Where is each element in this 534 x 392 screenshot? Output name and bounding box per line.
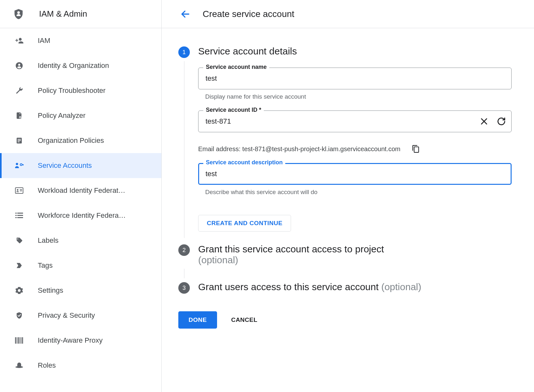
service-account-description-help: Describe what this service account will …: [198, 185, 512, 196]
svg-rect-27: [20, 337, 20, 344]
back-button[interactable]: [178, 6, 193, 22]
person-add-icon: [14, 36, 24, 46]
account-circle-icon: [14, 61, 24, 71]
cancel-button[interactable]: CANCEL: [225, 311, 263, 329]
svg-rect-20: [15, 215, 17, 216]
page-title: Create service account: [203, 9, 294, 19]
sidebar-item-organization-policies[interactable]: Organization Policies: [0, 128, 161, 153]
sidebar-item-label: Roles: [38, 361, 56, 370]
sidebar-item-tags[interactable]: Tags: [0, 253, 161, 278]
step-1-connector: [178, 58, 190, 241]
barcode-icon: [14, 335, 24, 346]
sidebar-item-label: Identity & Organization: [38, 61, 109, 70]
main-content: 1 Service account details Service accoun…: [162, 28, 534, 392]
svg-rect-16: [20, 189, 22, 190]
sidebar-item-label: Workload Identity Federat…: [38, 186, 125, 195]
key-account-icon: [14, 160, 24, 171]
svg-rect-29: [22, 337, 23, 344]
svg-point-10: [16, 163, 18, 165]
sidebar-item-label: Identity-Aware Proxy: [38, 336, 103, 345]
sidebar-item-label: Workforce Identity Federa…: [38, 211, 126, 220]
svg-rect-26: [18, 337, 19, 344]
hat-icon: [14, 360, 24, 371]
sidebar-item-label: Service Accounts: [38, 161, 92, 170]
shield-check-icon: [14, 310, 24, 321]
svg-rect-9: [18, 142, 20, 142]
step-2-circle: 2: [178, 244, 190, 256]
service-account-id-input[interactable]: [198, 110, 512, 132]
step-3-header[interactable]: 3 Grant users access to this service acc…: [178, 282, 512, 294]
step-3-title: Grant users access to this service accou…: [198, 282, 381, 292]
step-2-header[interactable]: 2 Grant this service account access to p…: [178, 244, 512, 265]
sidebar-item-service-accounts[interactable]: Service Accounts: [0, 153, 161, 178]
sidebar-nav[interactable]: IAMIdentity & OrganizationPolicy Trouble…: [0, 28, 161, 392]
step-3-subtitle: (optional): [381, 282, 421, 292]
sidebar-item-label: Organization Policies: [38, 136, 104, 145]
tag-icon: [14, 235, 24, 246]
svg-rect-24: [15, 337, 16, 344]
step-1-header: 1 Service account details: [178, 46, 512, 58]
sidebar-item-privacy-security[interactable]: Privacy & Security: [0, 303, 161, 328]
sidebar-item-label: IAM: [38, 37, 50, 45]
email-value: test-871@test-push-project-kl.iam.gservi…: [242, 145, 400, 152]
service-account-name-help: Display name for this service account: [198, 89, 512, 100]
svg-point-0: [17, 11, 20, 14]
service-account-description-label: Service account description: [203, 159, 285, 166]
iam-admin-shield-icon: [12, 8, 25, 20]
sidebar-item-label: Settings: [38, 286, 63, 295]
sidebar-item-workload-identity-federat[interactable]: Workload Identity Federat…: [0, 178, 161, 203]
sidebar-item-settings[interactable]: Settings: [0, 278, 161, 303]
service-account-name-input[interactable]: [198, 68, 512, 89]
step-3-circle: 3: [178, 282, 190, 294]
svg-rect-18: [15, 213, 17, 214]
list-doc-icon: [14, 135, 24, 146]
gear-icon: [14, 285, 24, 296]
sidebar-item-roles[interactable]: Roles: [0, 353, 161, 378]
sidebar-item-label: Policy Troubleshooter: [38, 86, 106, 95]
svg-rect-22: [15, 217, 17, 218]
svg-rect-23: [17, 217, 23, 218]
svg-rect-8: [18, 140, 21, 141]
card-id-icon: [14, 185, 24, 196]
email-label: Email address:: [198, 145, 242, 152]
sidebar-item-iam[interactable]: IAM: [0, 28, 161, 53]
svg-rect-19: [17, 213, 23, 214]
clear-icon[interactable]: [478, 116, 490, 127]
wrench-icon: [14, 86, 24, 96]
service-account-id-label: Service account ID *: [203, 107, 264, 113]
sidebar-item-labels[interactable]: Labels: [0, 228, 161, 253]
sidebar-item-policy-troubleshooter[interactable]: Policy Troubleshooter: [0, 78, 161, 103]
list-lines-icon: [14, 210, 24, 221]
step-2-title: Grant this service account access to pro…: [198, 244, 384, 254]
svg-rect-7: [18, 139, 21, 140]
service-account-description-input[interactable]: [198, 163, 512, 185]
sidebar-item-identity-aware-proxy[interactable]: Identity-Aware Proxy: [0, 328, 161, 353]
main-header: Create service account: [162, 0, 534, 28]
step-2-subtitle: (optional): [198, 255, 384, 265]
svg-point-11: [20, 164, 22, 166]
sidebar-item-label: Labels: [38, 236, 59, 245]
sidebar: IAM & Admin IAMIdentity & OrganizationPo…: [0, 0, 162, 392]
svg-rect-21: [17, 215, 23, 216]
step-1-title: Service account details: [198, 46, 297, 57]
svg-point-1: [19, 38, 22, 41]
step-2-connector: [178, 265, 190, 282]
sidebar-item-workforce-identity-federa[interactable]: Workforce Identity Federa…: [0, 203, 161, 228]
done-button[interactable]: DONE: [178, 311, 217, 329]
svg-point-3: [18, 64, 20, 66]
sidebar-header: IAM & Admin: [0, 0, 161, 28]
svg-rect-28: [21, 337, 21, 344]
sidebar-item-label: Privacy & Security: [38, 311, 95, 320]
bookmark-icon: [14, 260, 24, 271]
svg-rect-17: [20, 191, 22, 191]
sidebar-item-identity-organization[interactable]: Identity & Organization: [0, 53, 161, 78]
svg-rect-25: [17, 337, 17, 344]
sidebar-item-policy-analyzer[interactable]: Policy Analyzer: [0, 103, 161, 128]
sidebar-title: IAM & Admin: [39, 9, 87, 19]
sidebar-item-label: Tags: [38, 261, 53, 270]
create-and-continue-button[interactable]: CREATE AND CONTINUE: [198, 215, 291, 232]
copy-icon[interactable]: [410, 143, 422, 155]
sidebar-item-label: Policy Analyzer: [38, 111, 85, 120]
step-1-circle: 1: [178, 46, 190, 58]
refresh-icon[interactable]: [496, 116, 507, 127]
